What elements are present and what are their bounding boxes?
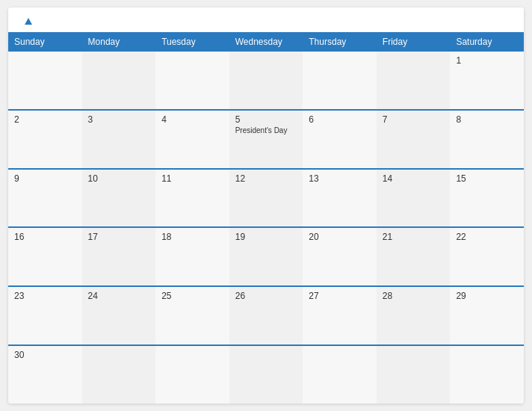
day-number: 5 <box>235 114 297 125</box>
calendar-cell: 17 <box>82 228 156 285</box>
calendar-cell: 14 <box>377 170 451 227</box>
day-number: 4 <box>161 114 223 125</box>
day-number: 11 <box>161 173 223 184</box>
calendar-cell: 28 <box>377 287 451 344</box>
day-number: 29 <box>456 291 518 301</box>
day-number: 21 <box>383 232 445 242</box>
calendar-cell: 29 <box>450 287 524 344</box>
calendar-cell: 10 <box>82 170 156 227</box>
day-number: 20 <box>309 232 371 242</box>
calendar-cell: 25 <box>155 287 229 344</box>
day-number: 15 <box>456 173 518 184</box>
day-number: 22 <box>456 232 518 242</box>
calendar-cell: 4 <box>155 111 229 168</box>
day-header-wednesday: Wednesday <box>229 32 303 52</box>
calendar-cell: 1 <box>450 52 524 109</box>
calendar-cell: 6 <box>303 111 377 168</box>
week-row-0: 1 <box>8 52 524 109</box>
calendar-cell <box>450 346 524 404</box>
calendar-container: SundayMondayTuesdayWednesdayThursdayFrid… <box>8 7 524 404</box>
day-header-thursday: Thursday <box>303 32 377 52</box>
calendar-cell: 12 <box>229 170 303 227</box>
calendar-cell: 19 <box>229 228 303 285</box>
week-row-4: 23242526272829 <box>8 285 524 344</box>
calendar-cell <box>155 346 229 404</box>
day-number: 16 <box>14 232 76 242</box>
day-header-monday: Monday <box>82 32 156 52</box>
logo-triangle-icon <box>25 18 32 25</box>
week-row-1: 2345President's Day678 <box>8 109 524 168</box>
day-number: 2 <box>14 114 76 125</box>
day-number: 25 <box>161 291 223 301</box>
day-number: 30 <box>14 350 76 360</box>
calendar-cell: 22 <box>450 228 524 285</box>
week-row-2: 9101112131415 <box>8 168 524 227</box>
day-number: 8 <box>456 114 518 125</box>
day-number: 27 <box>309 291 371 301</box>
day-number: 9 <box>14 173 76 184</box>
day-number: 10 <box>88 173 150 184</box>
calendar-cell: 27 <box>303 287 377 344</box>
calendar-header <box>8 7 524 32</box>
day-number: 6 <box>309 114 371 125</box>
day-number: 19 <box>235 232 297 242</box>
calendar-cell <box>229 346 303 404</box>
calendar-cell: 24 <box>82 287 156 344</box>
week-row-5: 30 <box>8 344 524 404</box>
day-header-saturday: Saturday <box>450 32 524 52</box>
week-row-3: 16171819202122 <box>8 226 524 285</box>
calendar-cell <box>155 52 229 109</box>
days-header: SundayMondayTuesdayWednesdayThursdayFrid… <box>8 32 524 52</box>
day-header-friday: Friday <box>377 32 451 52</box>
calendar-cell: 3 <box>82 111 156 168</box>
calendar-cell <box>8 52 82 109</box>
calendar-cell <box>377 52 451 109</box>
day-number: 3 <box>88 114 150 125</box>
calendar-cell: 15 <box>450 170 524 227</box>
calendar-cell: 7 <box>377 111 451 168</box>
calendar-cell: 11 <box>155 170 229 227</box>
day-number: 13 <box>309 173 371 184</box>
calendar-cell: 26 <box>229 287 303 344</box>
calendar-cell <box>303 346 377 404</box>
day-number: 17 <box>88 232 150 242</box>
calendar-cell: 21 <box>377 228 451 285</box>
calendar-cell: 30 <box>8 346 82 404</box>
calendar-cell <box>303 52 377 109</box>
day-number: 24 <box>88 291 150 301</box>
calendar-cell: 5President's Day <box>229 111 303 168</box>
event-label: President's Day <box>235 126 297 135</box>
calendar-cell: 8 <box>450 111 524 168</box>
calendar-cell: 9 <box>8 170 82 227</box>
day-number: 23 <box>14 291 76 301</box>
day-header-sunday: Sunday <box>8 32 82 52</box>
day-header-tuesday: Tuesday <box>155 32 229 52</box>
day-number: 26 <box>235 291 297 301</box>
calendar-cell: 23 <box>8 287 82 344</box>
calendar-cell: 13 <box>303 170 377 227</box>
day-number: 14 <box>383 173 445 184</box>
day-number: 28 <box>383 291 445 301</box>
calendar-cell: 16 <box>8 228 82 285</box>
calendar-cell: 18 <box>155 228 229 285</box>
day-number: 18 <box>161 232 223 242</box>
calendar-grid: 12345President's Day67891011121314151617… <box>8 52 524 404</box>
calendar-cell <box>377 346 451 404</box>
calendar-cell: 20 <box>303 228 377 285</box>
calendar-cell <box>229 52 303 109</box>
calendar-cell <box>82 52 156 109</box>
day-number: 12 <box>235 173 297 184</box>
day-number: 1 <box>456 55 518 66</box>
logo <box>23 18 34 25</box>
calendar-cell <box>82 346 156 404</box>
day-number: 7 <box>383 114 445 125</box>
calendar-cell: 2 <box>8 111 82 168</box>
